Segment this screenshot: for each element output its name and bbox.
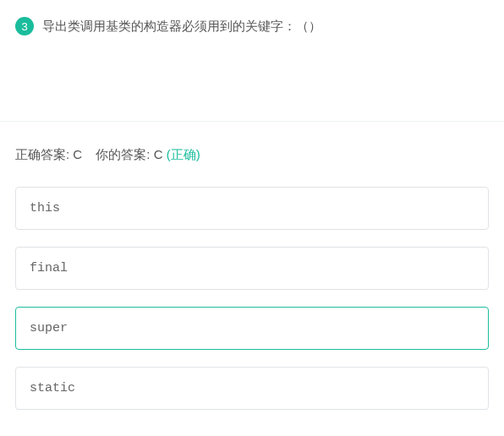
correct-answer-letter: C <box>73 147 82 161</box>
question-header: 3 导出类调用基类的构造器必须用到的关键字：（） <box>0 0 504 36</box>
question-text: 导出类调用基类的构造器必须用到的关键字：（） <box>42 17 321 36</box>
options-list: this final super static <box>15 187 489 410</box>
option-a[interactable]: this <box>15 187 489 230</box>
question-number: 3 <box>21 20 27 33</box>
option-text: this <box>30 201 60 215</box>
correct-answer-label: 正确答案: <box>15 147 73 161</box>
option-c[interactable]: super <box>15 307 489 350</box>
option-d[interactable]: static <box>15 367 489 410</box>
question-number-badge: 3 <box>15 17 34 35</box>
answer-status: (正确) <box>167 147 200 161</box>
option-b[interactable]: final <box>15 247 489 290</box>
option-text: static <box>30 381 75 395</box>
answer-section: 正确答案: C 你的答案: C (正确) this final super st… <box>0 121 504 410</box>
your-answer-label: 你的答案: <box>96 147 153 161</box>
answer-line: 正确答案: C 你的答案: C (正确) <box>15 147 489 163</box>
option-text: super <box>30 321 68 335</box>
your-answer-letter: C <box>154 147 163 161</box>
option-text: final <box>30 261 68 275</box>
